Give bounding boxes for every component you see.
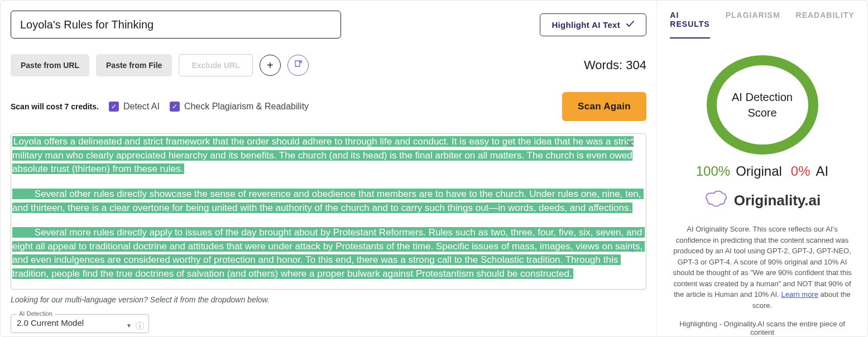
highlighting-description: Highlighting - Originality.AI scans the … xyxy=(673,320,852,336)
check-plagiarism-checkbox[interactable]: ✓ Check Plagiarism & Readability xyxy=(170,102,309,112)
brain-icon xyxy=(704,189,728,211)
gauge-label: AI Detection Score xyxy=(717,89,808,121)
exclude-url-button[interactable]: Exclude URL xyxy=(179,54,252,76)
model-select-label: AI Detection xyxy=(17,310,55,317)
info-icon[interactable]: i xyxy=(136,321,144,330)
tab-ai-results[interactable]: AI RESULTS xyxy=(670,11,709,38)
tab-readability[interactable]: READABILITY xyxy=(796,11,855,38)
ai-detection-model-select[interactable]: AI Detection 2.0 Current Model ▼ i xyxy=(11,314,149,333)
highlight-ai-text-button[interactable]: Highlight AI Text xyxy=(540,13,646,36)
learn-more-link[interactable]: Learn more xyxy=(781,290,818,299)
content-editor[interactable]: ✕ ✦ Loyola offers a delineated and stric… xyxy=(11,133,646,290)
highlighted-text: Several more rules directly apply to iss… xyxy=(12,227,645,279)
paste-from-file-button[interactable]: Paste from File xyxy=(96,54,172,76)
paste-from-url-button[interactable]: Paste from URL xyxy=(11,54,89,76)
export-button[interactable] xyxy=(287,55,309,76)
export-icon xyxy=(293,59,303,72)
check-icon xyxy=(626,20,635,30)
score-description: AI Originality Score. This score reflect… xyxy=(673,224,852,311)
credits-cost: Scan will cost 7 credits. xyxy=(11,102,99,111)
word-count: Words: 304 xyxy=(584,58,646,73)
close-icon[interactable]: ✕ xyxy=(625,137,635,151)
highlight-ai-text-label: Highlight AI Text xyxy=(552,20,620,30)
detect-ai-checkbox[interactable]: ✓ Detect AI xyxy=(109,102,160,112)
model-select-value: 2.0 Current Model xyxy=(17,318,84,328)
tab-plagiarism[interactable]: PLAGIARISM xyxy=(726,11,780,38)
brand-logo: Originality.ai xyxy=(704,189,821,211)
plus-icon: + xyxy=(267,59,274,72)
scan-again-button[interactable]: Scan Again xyxy=(562,92,646,121)
score-line: 100% Original 0% AI xyxy=(696,163,828,179)
expand-icon[interactable]: ✦ xyxy=(629,245,636,256)
chevron-down-icon: ▼ xyxy=(126,322,132,329)
multilang-hint: Looking for our multi-language version? … xyxy=(11,295,646,304)
checkbox-checked-icon: ✓ xyxy=(109,102,119,112)
ai-detection-score-gauge: AI Detection Score xyxy=(707,55,818,155)
title-input[interactable] xyxy=(11,11,341,38)
checkbox-checked-icon: ✓ xyxy=(170,102,180,112)
add-button[interactable]: + xyxy=(260,55,281,76)
highlighted-text: Loyola offers a delineated and strict fr… xyxy=(12,136,634,174)
highlighted-text: Several other rules directly showcase th… xyxy=(12,189,644,213)
